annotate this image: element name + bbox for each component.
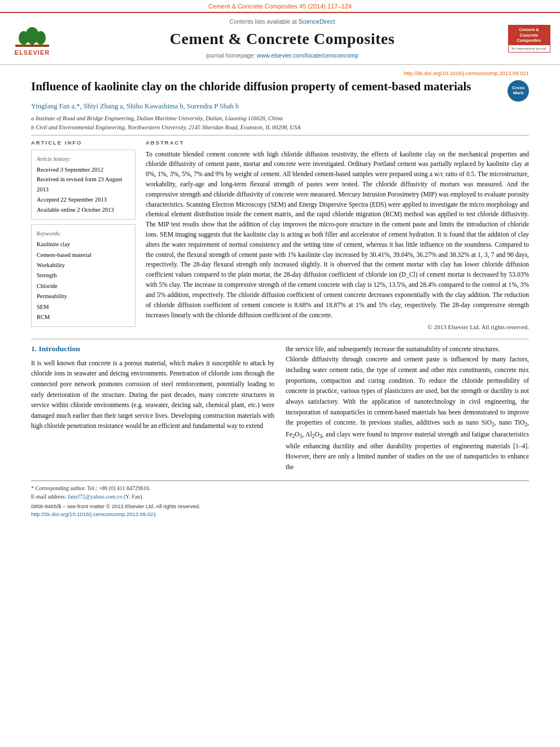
content-area: http://dx.doi.org/10.1016/j.cemconcomp.2… [0, 65, 560, 527]
svg-point-2 [19, 31, 29, 45]
divider-1 [31, 135, 529, 136]
keyword-4: Strength [37, 270, 130, 281]
keyword-3: Workability [37, 260, 130, 270]
journal-logo-box: Cement & Concrete Composites An internat… [508, 25, 550, 53]
received-date: Received 3 September 2012 [37, 165, 130, 175]
contents-available: Contents lists available at ScienceDirec… [63, 18, 501, 26]
keyword-7: SEM [37, 302, 130, 312]
elsevier-logo: ELSEVIER [7, 20, 58, 57]
sciencedirect-link[interactable]: ScienceDirect [299, 18, 335, 25]
keywords-label: Keywords: [37, 229, 130, 239]
email-line: E-mail address: fanyf72@yahoo.com.cn (Y.… [31, 492, 529, 501]
abstract-col: ABSTRACT To constitute blended cement co… [146, 139, 529, 332]
doi-line: http://dx.doi.org/10.1016/j.cemconcomp.2… [31, 510, 529, 518]
keyword-1: Kaolinite clay [37, 239, 130, 250]
journal-homepage: journal homepage: www.elsevier.com/locat… [63, 51, 501, 60]
journal-info: Cement & Concrete Composites 45 (2014) 1… [208, 3, 352, 10]
crossmark-badge: CrossMark [508, 80, 529, 102]
keyword-2: Cement-based material [37, 250, 130, 260]
keyword-8: RCM [37, 312, 130, 322]
two-col-section: ARTICLE INFO Article history: Received 3… [31, 139, 529, 332]
online-date: Available online 2 October 2013 [37, 205, 130, 215]
article-history-block: Article history: Received 3 September 20… [31, 150, 135, 220]
article-info-col: ARTICLE INFO Article history: Received 3… [31, 139, 135, 332]
journal-title-main: Cement & Concrete Composites [63, 28, 501, 50]
journal-header-center: Contents lists available at ScienceDirec… [58, 18, 507, 60]
intro-para-3: Chloride diffusivity through concrete an… [286, 354, 529, 472]
issn-line: 0958-9465/$ – see front matter © 2013 El… [31, 503, 529, 510]
intro-left: 1. Introduction It is well known that co… [31, 344, 274, 473]
journal-logo-top: Cement & Concrete Composites [509, 25, 550, 45]
intro-cols: 1. Introduction It is well known that co… [31, 344, 529, 473]
elsevier-tree-icon [12, 20, 52, 48]
intro-para-1: It is well known that concrete is a poro… [31, 358, 274, 431]
intro-right-text: the service life, and subsequently incre… [286, 344, 529, 473]
affiliation-a: a Institute of Road and Bridge Engineeri… [31, 114, 529, 123]
abstract-label: ABSTRACT [146, 139, 529, 146]
intro-left-text: It is well known that concrete is a poro… [31, 358, 274, 431]
corresponding-note: * Corresponding author. Tel.: +86 (0) 41… [31, 484, 529, 492]
abstract-text: To constitute blended cement concrete wi… [146, 150, 529, 321]
elsevier-brand: ELSEVIER [15, 49, 50, 57]
keyword-5: Chloride [37, 281, 130, 291]
journal-header: ELSEVIER Contents lists available at Sci… [0, 12, 560, 65]
footnote-section: * Corresponding author. Tel.: +86 (0) 41… [31, 480, 529, 518]
journal-logo-right: Cement & Concrete Composites An internat… [507, 25, 551, 53]
homepage-link[interactable]: www.elsevier.com/locate/cemconcomp [257, 52, 358, 59]
authors: Yingfang Fan a,*, Shiyi Zhang a, Shiho K… [31, 102, 529, 112]
email-link[interactable]: fanyf72@yahoo.com.cn [68, 493, 122, 500]
intro-section: 1. Introduction It is well known that co… [31, 344, 529, 473]
article-info-label: ARTICLE INFO [31, 139, 135, 146]
article-doi-top: http://dx.doi.org/10.1016/j.cemconcomp.2… [31, 69, 529, 77]
affiliation-b: b Civil and Environmental Engineering, N… [31, 123, 529, 132]
journal-logo-bottom: An international journal [509, 45, 550, 52]
article-title: Influence of kaolinite clay on the chlor… [31, 79, 501, 94]
accepted-date: Accepted 22 September 2013 [37, 195, 130, 205]
svg-point-3 [36, 31, 46, 45]
abstract-copyright: © 2013 Elsevier Ltd. All rights reserved… [146, 323, 529, 331]
intro-right: the service life, and subsequently incre… [286, 344, 529, 473]
top-bar: Cement & Concrete Composites 45 (2014) 1… [0, 0, 560, 12]
doi-link[interactable]: http://dx.doi.org/10.1016/j.cemconcomp.2… [31, 511, 156, 517]
svg-rect-4 [15, 45, 49, 47]
keyword-6: Permeability [37, 291, 130, 302]
keywords-block: Keywords: Kaolinite clay Cement-based ma… [31, 224, 135, 327]
intro-heading: 1. Introduction [31, 344, 274, 355]
history-label: Article history: [37, 154, 130, 164]
intro-para-2: the service life, and subsequently incre… [286, 344, 529, 355]
divider-2 [31, 339, 529, 339]
revised-date: Received in revised form 23 August 2013 [37, 174, 130, 195]
